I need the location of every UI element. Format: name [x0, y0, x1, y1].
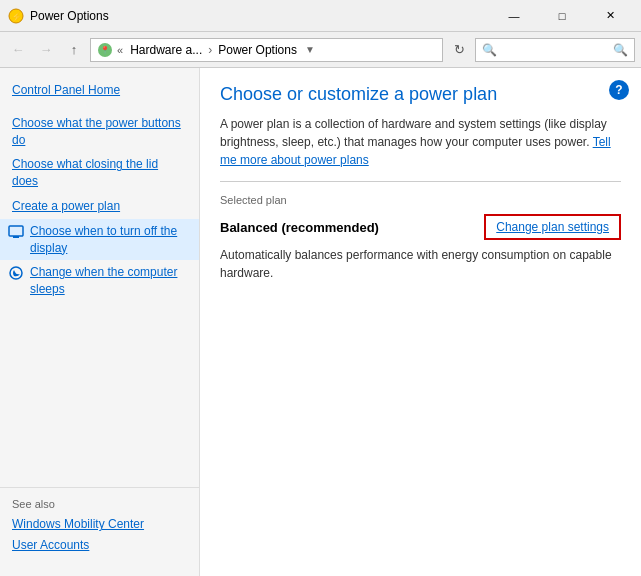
sidebar-item-control-panel-home[interactable]: Control Panel Home — [0, 78, 199, 103]
sidebar-item-display-label: Choose when to turn off the display — [30, 223, 191, 257]
svg-text:⚡: ⚡ — [11, 11, 23, 23]
content-area: ? Choose or customize a power plan A pow… — [200, 68, 641, 576]
close-button[interactable]: ✕ — [587, 0, 633, 32]
help-button[interactable]: ? — [609, 80, 629, 100]
sidebar-item-power-buttons[interactable]: Choose what the power buttons do — [0, 111, 199, 153]
sidebar-item-sleep-label: Change when the computer sleeps — [30, 264, 191, 298]
section-divider — [220, 181, 621, 182]
change-plan-settings-button[interactable]: Change plan settings — [484, 214, 621, 240]
breadcrumb-separator-1: « — [117, 44, 126, 56]
breadcrumb-arrow: › — [208, 43, 212, 57]
plan-name: Balanced (recommended) — [220, 220, 379, 235]
sleep-icon — [8, 265, 24, 281]
selected-plan-label: Selected plan — [220, 194, 621, 206]
sidebar-item-computer-sleeps[interactable]: Change when the computer sleeps — [0, 260, 199, 302]
app-icon: ⚡ — [8, 8, 24, 24]
svg-rect-5 — [13, 236, 19, 238]
svg-rect-4 — [9, 226, 23, 236]
sidebar-item-closing-lid[interactable]: Choose what closing the lid does — [0, 152, 199, 194]
breadcrumb-hardware[interactable]: Hardware a... — [130, 43, 202, 57]
window-title: Power Options — [30, 9, 491, 23]
plan-row: Balanced (recommended) Change plan setti… — [220, 214, 621, 240]
monitor-icon — [8, 224, 24, 240]
title-bar: ⚡ Power Options — □ ✕ — [0, 0, 641, 32]
breadcrumb-power-options[interactable]: Power Options — [218, 43, 297, 57]
search-icon: 🔍 — [613, 43, 628, 57]
sidebar-item-mobility-center[interactable]: Windows Mobility Center — [12, 514, 187, 535]
plan-description: Automatically balances performance with … — [220, 246, 621, 282]
dropdown-chevron-icon[interactable]: ▼ — [305, 44, 315, 55]
forward-button[interactable]: → — [34, 38, 58, 62]
sidebar-item-turn-off-display[interactable]: Choose when to turn off the display — [0, 219, 199, 261]
desc-text: A power plan is a collection of hardware… — [220, 117, 607, 149]
see-also-section: See also Windows Mobility Center User Ac… — [0, 487, 199, 566]
see-also-label: See also — [12, 498, 187, 510]
minimize-button[interactable]: — — [491, 0, 537, 32]
search-input[interactable] — [482, 43, 613, 57]
sidebar-item-user-accounts[interactable]: User Accounts — [12, 535, 187, 556]
address-field[interactable]: 📍 « Hardware a... › Power Options ▼ — [90, 38, 443, 62]
sidebar: Control Panel Home Choose what the power… — [0, 68, 200, 576]
svg-point-6 — [10, 267, 22, 279]
sidebar-spacer — [0, 302, 199, 487]
sidebar-item-create-power-plan[interactable]: Create a power plan — [0, 194, 199, 219]
refresh-button[interactable]: ↻ — [447, 38, 471, 62]
search-box[interactable]: 🔍 — [475, 38, 635, 62]
svg-text:📍: 📍 — [100, 45, 110, 55]
up-button[interactable]: ↑ — [62, 38, 86, 62]
back-button[interactable]: ← — [6, 38, 30, 62]
window-controls: — □ ✕ — [491, 0, 633, 32]
page-title: Choose or customize a power plan — [220, 84, 621, 105]
maximize-button[interactable]: □ — [539, 0, 585, 32]
address-bar: ← → ↑ 📍 « Hardware a... › Power Options … — [0, 32, 641, 68]
main-container: Control Panel Home Choose what the power… — [0, 68, 641, 576]
content-description: A power plan is a collection of hardware… — [220, 115, 621, 169]
location-icon: 📍 — [97, 42, 113, 58]
